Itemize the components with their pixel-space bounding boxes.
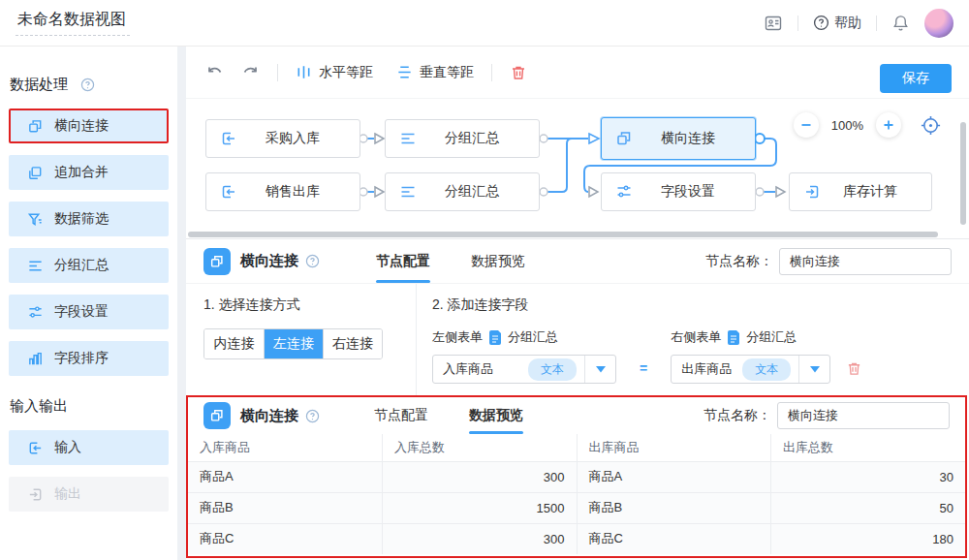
table-row: 商品C 300 商品C 180	[188, 523, 965, 554]
table-row: 商品B 1500 商品B 50	[188, 492, 965, 523]
join-icon	[203, 248, 231, 275]
tab-data-preview[interactable]: 数据预览	[471, 239, 525, 283]
form-doc-icon	[488, 330, 502, 345]
vertical-scrollbar[interactable]	[960, 122, 966, 225]
data-view-editor: 未命名数据视图 帮助	[0, 0, 969, 560]
header-divider	[797, 16, 798, 31]
join-mode-title: 1. 选择连接方式	[203, 296, 416, 314]
join-icon	[27, 118, 44, 135]
notification-bell-icon[interactable]	[891, 14, 910, 32]
node-name-label: 节点名称：	[705, 253, 773, 270]
sidebar-section-data-processing: 数据处理	[10, 76, 177, 94]
vertical-distribute-button[interactable]: 垂直等距	[396, 64, 474, 81]
output-icon	[803, 183, 821, 201]
input-icon	[220, 130, 237, 147]
contact-card-icon[interactable]	[764, 14, 783, 33]
node-stock-calc[interactable]: 库存计算	[789, 172, 932, 211]
sidebar-item-input[interactable]: 输入	[9, 430, 169, 465]
zoom-in-button[interactable]	[876, 112, 901, 138]
question-icon[interactable]	[305, 254, 320, 268]
tab-node-config[interactable]: 节点配置	[376, 239, 430, 283]
save-button[interactable]: 保存	[880, 64, 952, 93]
sidebar-item-group-summary[interactable]: 分组汇总	[9, 248, 169, 283]
field-type-badge: 文本	[742, 358, 791, 381]
join-icon	[203, 402, 231, 429]
left-join-button[interactable]: 左连接	[264, 329, 323, 358]
column-header: 入库总数	[383, 434, 578, 461]
zoom-level: 100%	[831, 118, 863, 133]
zoom-out-button[interactable]	[794, 112, 819, 138]
node-name-label: 节点名称：	[703, 407, 771, 424]
preview-table: 入库商品 入库总数 出库商品 出库总数 商品A 300 商品A 30 商品B	[188, 434, 965, 554]
right-field-select[interactable]: 出库商品 文本	[671, 355, 830, 384]
sidebar-section-input-output: 输入输出	[10, 397, 177, 416]
right-form-value: 分组汇总	[746, 328, 797, 346]
equals-sign: =	[640, 360, 647, 376]
node-group-summary-1[interactable]: 分组汇总	[385, 119, 540, 158]
toolbar-divider	[491, 64, 492, 81]
header-divider	[876, 16, 877, 31]
node-field-settings[interactable]: 字段设置	[601, 172, 756, 211]
help-button[interactable]: 帮助	[813, 15, 861, 32]
right-join-button[interactable]: 右连接	[323, 329, 382, 358]
toolbar-divider	[277, 64, 278, 81]
chevron-down-icon[interactable]	[584, 356, 615, 383]
help-label: 帮助	[834, 15, 861, 32]
delete-node-icon[interactable]	[510, 64, 527, 81]
group-summary-icon	[27, 258, 44, 274]
node-sales-outbound[interactable]: 销售出库	[205, 172, 360, 211]
column-header: 出库商品	[577, 434, 771, 461]
right-form-label: 右侧表单	[671, 328, 721, 346]
join-fields-title: 2. 添加连接字段	[432, 296, 969, 314]
page-title[interactable]: 未命名数据视图	[16, 10, 130, 36]
sidebar-item-filter[interactable]: 数据筛选	[9, 202, 169, 236]
panel-title: 横向连接	[240, 407, 298, 425]
data-preview-panel: 横向连接 节点配置 数据预览 节点名称：	[186, 395, 967, 558]
vertical-distribute-icon	[396, 64, 413, 80]
question-icon[interactable]	[305, 409, 320, 423]
redo-icon[interactable]	[240, 63, 260, 82]
filter-icon	[27, 211, 44, 228]
left-form-value: 分组汇总	[508, 328, 558, 346]
column-header: 入库商品	[188, 434, 383, 461]
sidebar-item-append-merge[interactable]: 追加合并	[9, 155, 169, 190]
node-group-summary-2[interactable]: 分组汇总	[385, 172, 540, 211]
form-doc-icon	[727, 330, 740, 345]
join-icon	[615, 130, 633, 147]
preview-panel-header: 横向连接 节点配置 数据预览 节点名称：	[188, 397, 965, 434]
node-name-input[interactable]	[779, 248, 952, 275]
input-icon	[220, 183, 237, 201]
horizontal-distribute-button[interactable]: 水平等距	[296, 64, 373, 81]
horizontal-scrollbar[interactable]	[188, 232, 938, 237]
config-panel-header: 横向连接 节点配置 数据预览 节点名称：	[186, 239, 969, 284]
tab-node-config[interactable]: 节点配置	[374, 397, 428, 434]
flow-canvas[interactable]: 水平等距 垂直等距 保存	[186, 47, 969, 238]
table-row: 商品A 300 商品A 30	[188, 461, 965, 492]
field-sort-icon	[27, 351, 44, 367]
node-purchase-inbound[interactable]: 采购入库	[205, 119, 360, 158]
input-icon	[27, 440, 44, 456]
node-join[interactable]: 横向连接	[601, 117, 756, 160]
tab-data-preview[interactable]: 数据预览	[469, 397, 523, 434]
left-form-label: 左侧表单	[432, 328, 483, 346]
join-mode-segment: 内连接 左连接 右连接	[203, 328, 383, 359]
chevron-down-icon[interactable]	[798, 356, 829, 383]
fit-view-target-icon[interactable]	[920, 114, 942, 137]
node-name-input[interactable]	[777, 402, 950, 429]
user-avatar[interactable]	[924, 9, 953, 38]
panel-title: 横向连接	[240, 252, 298, 270]
sidebar-item-join[interactable]: 横向连接	[9, 109, 169, 143]
remove-field-pair-icon[interactable]	[846, 360, 862, 377]
inner-join-button[interactable]: 内连接	[204, 329, 264, 358]
undo-icon[interactable]	[205, 63, 225, 82]
column-header: 出库总数	[771, 434, 966, 461]
group-summary-icon	[399, 183, 417, 201]
canvas-toolbar: 水平等距 垂直等距	[186, 47, 969, 99]
left-field-select[interactable]: 入库商品 文本	[432, 355, 616, 384]
horizontal-distribute-icon	[296, 64, 312, 80]
sidebar-item-field-sort[interactable]: 字段排序	[9, 341, 169, 376]
main-area: 水平等距 垂直等距 保存	[186, 47, 969, 560]
zoom-controls: 100%	[794, 112, 942, 138]
question-icon[interactable]	[80, 78, 95, 92]
sidebar-item-field-settings[interactable]: 字段设置	[9, 295, 169, 329]
